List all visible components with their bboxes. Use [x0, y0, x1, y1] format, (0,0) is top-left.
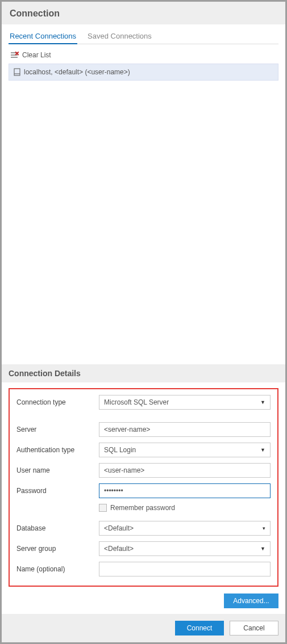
- advanced-row: Advanced...: [2, 590, 285, 614]
- advanced-button[interactable]: Advanced...: [224, 594, 278, 608]
- label-connection-type: Connection type: [16, 398, 99, 406]
- input-name-optional[interactable]: [99, 562, 271, 576]
- connection-list: localhost, <default> (<user-name>): [9, 64, 278, 81]
- input-username[interactable]: [99, 463, 271, 478]
- select-connection-type-value: Microsoft SQL Server: [104, 398, 169, 406]
- select-connection-type[interactable]: Microsoft SQL Server ▼: [99, 395, 271, 410]
- clear-list-icon: [11, 52, 19, 59]
- select-server-group[interactable]: <Default> ▼: [99, 541, 271, 556]
- clear-list-label: Clear List: [22, 51, 51, 59]
- connection-row[interactable]: localhost, <default> (<user-name>): [9, 64, 278, 81]
- details-header: Connection Details: [2, 364, 285, 382]
- dialog-header: Connection: [2, 2, 285, 24]
- tabs: Recent Connections Saved Connections: [9, 29, 278, 44]
- row-server-group: Server group <Default> ▼: [16, 541, 271, 556]
- select-server-group-value: <Default>: [104, 545, 134, 553]
- combo-database-value: <Default>: [104, 524, 134, 532]
- row-password: Password: [16, 483, 271, 498]
- connection-dialog: Connection Recent Connections Saved Conn…: [2, 2, 285, 642]
- dialog-footer: Connect Cancel: [2, 614, 285, 642]
- connection-row-label: localhost, <default> (<user-name>): [24, 68, 130, 76]
- tab-recent-connections[interactable]: Recent Connections: [9, 29, 77, 44]
- chevron-down-icon: ▼: [260, 399, 265, 405]
- row-database: Database <Default> ▾: [16, 521, 271, 536]
- row-username: User name: [16, 463, 271, 478]
- label-server-group: Server group: [16, 545, 99, 553]
- input-server[interactable]: [99, 422, 271, 437]
- row-connection-type: Connection type Microsoft SQL Server ▼: [16, 395, 271, 410]
- label-remember-password: Remember password: [110, 504, 175, 512]
- caret-down-icon: ▾: [263, 525, 265, 531]
- svg-rect-5: [14, 69, 20, 75]
- label-password: Password: [16, 487, 99, 495]
- combo-database[interactable]: <Default> ▾: [99, 521, 271, 536]
- connect-button[interactable]: Connect: [175, 621, 224, 635]
- label-name-optional: Name (optional): [16, 565, 99, 573]
- input-password[interactable]: [99, 483, 271, 498]
- label-username: User name: [16, 466, 99, 474]
- clear-list-button[interactable]: Clear List: [9, 48, 278, 62]
- label-server: Server: [16, 426, 99, 433]
- details-highlight: Connection type Microsoft SQL Server ▼ S…: [9, 388, 278, 587]
- top-section: Recent Connections Saved Connections Cle…: [2, 24, 285, 364]
- row-server: Server: [16, 422, 271, 437]
- tab-saved-connections[interactable]: Saved Connections: [86, 29, 153, 44]
- chevron-down-icon: ▼: [260, 447, 265, 453]
- server-icon: [14, 68, 20, 76]
- select-auth-type-value: SQL Login: [104, 446, 136, 454]
- row-name-optional: Name (optional): [16, 562, 271, 576]
- chevron-down-icon: ▼: [260, 546, 265, 552]
- cancel-button[interactable]: Cancel: [230, 621, 278, 635]
- row-auth-type: Authentication type SQL Login ▼: [16, 443, 271, 457]
- label-database: Database: [16, 524, 99, 532]
- label-auth-type: Authentication type: [16, 446, 99, 454]
- dialog-title: Connection: [10, 9, 277, 19]
- select-auth-type[interactable]: SQL Login ▼: [99, 443, 271, 457]
- checkbox-remember-password[interactable]: [99, 504, 107, 512]
- row-remember-password[interactable]: Remember password: [99, 504, 271, 512]
- details-body: Connection type Microsoft SQL Server ▼ S…: [2, 382, 285, 590]
